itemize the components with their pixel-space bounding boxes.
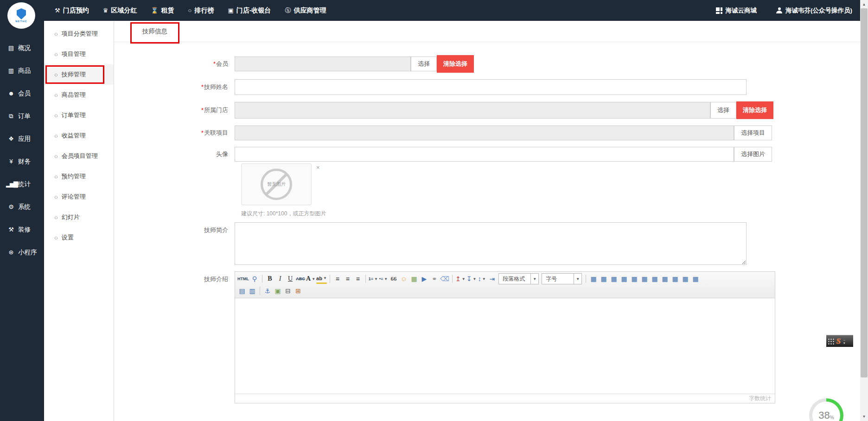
- bold-icon[interactable]: B: [265, 274, 274, 284]
- colspan-icon[interactable]: ▥: [248, 286, 257, 296]
- insert-image-icon[interactable]: ▦: [409, 274, 419, 284]
- sogou-minimize-icon[interactable]: –: [843, 338, 845, 341]
- sidebar-item-2[interactable]: ☻会员: [0, 82, 44, 105]
- editor-content-area[interactable]: [235, 298, 775, 394]
- hyperlink-icon[interactable]: ⚭: [430, 274, 439, 284]
- submenu-item-4[interactable]: ○订单管理: [44, 105, 114, 126]
- wrench-icon: ⚒: [55, 7, 60, 14]
- sidebar-item-3[interactable]: ⧉订单: [0, 105, 44, 127]
- topnav-item-2[interactable]: ⌛租赁: [151, 6, 174, 15]
- preview-icon[interactable]: ⚲: [250, 274, 259, 284]
- sidebar-item-1[interactable]: ▥商品: [0, 59, 44, 82]
- submenu-item-6[interactable]: ○会员项目管理: [44, 146, 114, 166]
- insert-col-left-icon[interactable]: ▦: [630, 274, 639, 284]
- page-scrollbar[interactable]: ▲ ▼: [860, 0, 868, 421]
- submenu-item-3[interactable]: ○商品管理: [44, 85, 114, 105]
- insert-media-icon[interactable]: ▶: [420, 274, 429, 284]
- store-select-button[interactable]: 选择: [710, 102, 736, 119]
- strikethrough-icon[interactable]: ABC: [296, 274, 305, 284]
- project-input[interactable]: [235, 126, 734, 140]
- sogou-input-bar[interactable]: S – ▾: [826, 335, 853, 347]
- topnav-item-4[interactable]: ▣门店-收银台: [228, 6, 271, 15]
- align-center-icon[interactable]: ≡: [343, 274, 352, 284]
- remove-image-button[interactable]: ×: [316, 164, 320, 170]
- sidebar-item-8[interactable]: ⚒装修: [0, 218, 44, 241]
- project-select-button[interactable]: 选择项目: [734, 126, 772, 140]
- topnav-item-0[interactable]: ⚒门店预约: [55, 6, 89, 15]
- submenu-item-2[interactable]: ○技师管理: [44, 64, 114, 85]
- line-height-icon[interactable]: ↕▼: [477, 274, 486, 284]
- avatar-select-button[interactable]: 选择图片: [734, 147, 772, 162]
- sogou-drag-handle-icon[interactable]: [828, 338, 835, 345]
- sidebar-item-label: 概况: [18, 44, 31, 52]
- scrollbar-thumb[interactable]: [861, 8, 868, 377]
- insert-row-above-icon[interactable]: ▦: [619, 274, 629, 284]
- indent-icon[interactable]: ⇥: [487, 274, 497, 284]
- insert-col-right-icon[interactable]: ▦: [640, 274, 649, 284]
- sidebar-item-7[interactable]: ⚙系统: [0, 195, 44, 218]
- submenu-item-10[interactable]: ○设置: [44, 227, 114, 248]
- technician-name-input[interactable]: [235, 79, 747, 95]
- emoticon-icon[interactable]: ☺: [399, 274, 408, 284]
- avatar-url-input[interactable]: [235, 147, 734, 162]
- intro-textarea[interactable]: [235, 222, 747, 265]
- topnav-item-3[interactable]: ○排行榜: [188, 6, 214, 15]
- delete-col-icon[interactable]: ▦: [660, 274, 670, 284]
- submenu-item-1[interactable]: ○项目管理: [44, 44, 114, 64]
- member-clear-button[interactable]: 清除选择: [437, 55, 474, 73]
- sidebar-item-0[interactable]: ▤概况: [0, 37, 44, 59]
- member-select-button[interactable]: 选择: [411, 57, 437, 71]
- topnav-item-1[interactable]: ♛区域分红: [103, 6, 137, 15]
- split-cells-icon[interactable]: ▦: [691, 274, 700, 284]
- submenu-item-8[interactable]: ○评论管理: [44, 187, 114, 207]
- submenu-item-9[interactable]: ○幻灯片: [44, 207, 114, 227]
- avatar-preview-block: 暂无图片 × 建议尺寸: 100*100，或正方型图片: [241, 163, 860, 218]
- mall-switcher[interactable]: 海诚云商城: [716, 6, 757, 15]
- account-menu[interactable]: 海诚韦芬(公众号操作员): [776, 6, 852, 15]
- underline-icon[interactable]: U: [286, 274, 295, 284]
- image-map-icon[interactable]: ▣: [273, 286, 282, 296]
- delete-row-icon[interactable]: ▦: [650, 274, 659, 284]
- sidebar-item-6[interactable]: ▂▅▇统计: [0, 173, 44, 195]
- sidebar-item-4[interactable]: ❖应用: [0, 127, 44, 150]
- align-right-icon[interactable]: ≡: [353, 274, 363, 284]
- delete-table-icon[interactable]: ▦: [599, 274, 608, 284]
- sogou-logo-icon[interactable]: S: [836, 337, 841, 346]
- sidebar-item-5[interactable]: ¥财务: [0, 150, 44, 173]
- margin-bottom-icon[interactable]: ↧▼: [466, 274, 477, 284]
- member-input[interactable]: [235, 57, 411, 71]
- scroll-progress-widget[interactable]: 38%: [809, 398, 843, 421]
- paste-icon[interactable]: ⊞: [294, 286, 303, 296]
- align-left-icon[interactable]: ≡: [333, 274, 342, 284]
- submenu-item-0[interactable]: ○项目分类管理: [44, 24, 114, 44]
- submenu-item-7[interactable]: ○预约管理: [44, 166, 114, 187]
- sogou-expand-icon[interactable]: ▾: [843, 341, 845, 345]
- html-source-icon[interactable]: HTML: [237, 274, 249, 284]
- topnav-item-5[interactable]: Ⓢ供应商管理: [285, 6, 326, 15]
- font-size-select[interactable]: 字号▼: [542, 273, 582, 284]
- scrollbar-down-arrow[interactable]: ▼: [860, 413, 868, 420]
- submenu-item-5[interactable]: ○收益管理: [44, 126, 114, 146]
- tab-technician-info[interactable]: 技师信息: [131, 21, 179, 42]
- store-clear-button[interactable]: 清除选择: [736, 101, 773, 119]
- logo[interactable]: NETHC: [7, 2, 35, 29]
- blockquote-icon[interactable]: 66: [389, 274, 398, 284]
- font-color-icon[interactable]: A▼: [306, 274, 315, 284]
- rowspan-icon[interactable]: ▤: [237, 286, 247, 296]
- select-table-icon[interactable]: ▦: [670, 274, 680, 284]
- scrollbar-up-arrow[interactable]: ▲: [860, 0, 868, 8]
- print-icon[interactable]: ⊟: [283, 286, 293, 296]
- italic-icon[interactable]: I: [275, 274, 285, 284]
- ordered-list-icon[interactable]: 1≡▼: [369, 274, 378, 284]
- table-prop-icon[interactable]: ▦: [609, 274, 619, 284]
- sidebar-item-9[interactable]: ⊛小程序: [0, 241, 44, 264]
- paragraph-format-select[interactable]: 段落格式▼: [498, 273, 539, 284]
- remove-format-icon[interactable]: ⌫: [440, 274, 449, 284]
- insert-table-icon[interactable]: ▦: [589, 274, 598, 284]
- highlight-color-icon[interactable]: ab▼: [316, 274, 327, 284]
- unordered-list-icon[interactable]: •≡▼: [379, 274, 388, 284]
- merge-cells-icon[interactable]: ▦: [681, 274, 690, 284]
- margin-top-icon[interactable]: ↥▼: [455, 274, 466, 284]
- anchor-icon[interactable]: ⚓: [263, 286, 272, 296]
- store-input[interactable]: [235, 102, 710, 119]
